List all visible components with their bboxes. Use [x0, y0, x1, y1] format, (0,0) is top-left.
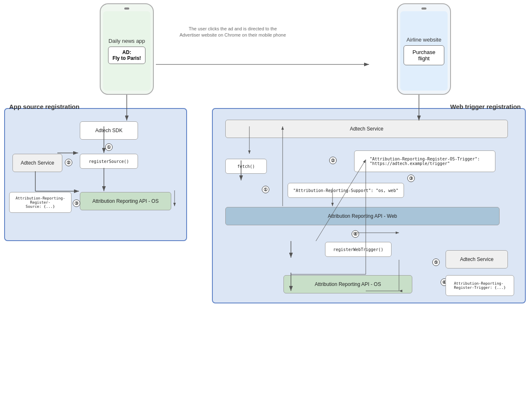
adtech-sdk-box: Adtech SDK: [80, 121, 138, 140]
register-web-trigger-box: registerWebTrigger(): [325, 242, 392, 257]
os-trigger-header-box: "Attribution-Reporting-Register-OS-Trigg…: [354, 150, 495, 172]
step5-web: ⑤: [432, 259, 440, 266]
step3-left: ③: [73, 200, 80, 207]
fetch-box: fetch(): [225, 159, 267, 174]
web-trigger-title: Web trigger registration: [450, 103, 521, 110]
app-source-title: App source registration: [9, 103, 79, 110]
phone-right-screen: Airline website Purchase flight: [400, 11, 448, 91]
phone-right: Airline website Purchase flight: [397, 3, 451, 95]
support-header-box: "Attribution-Reporting-Support": "os, we…: [288, 183, 404, 198]
attr-header-left-box: Attribution-Reporting-Register- Source: …: [9, 192, 71, 213]
attribution-os-left-box: Attribution Reporting API - OS: [80, 192, 171, 210]
phone-left-camera: [124, 7, 129, 10]
step4-web: ④: [352, 230, 359, 238]
attr-trigger-header-box: Attribution-Reporting- Register-Trigger:…: [446, 275, 514, 296]
phone-right-camera: [421, 7, 426, 10]
attribution-os-web-box: Attribution Reporting API - OS: [283, 275, 412, 293]
ad-box: AD: Fly to Paris!: [108, 47, 146, 64]
step3-web: ③: [407, 175, 415, 182]
register-source-box: registerSource(): [80, 154, 138, 169]
phone-left-screen: Daily news app AD: Fly to Paris!: [103, 11, 150, 91]
step1-web: ①: [262, 186, 269, 193]
step2-web: ②: [329, 157, 337, 164]
phone-left: Daily news app AD: Fly to Paris!: [100, 3, 154, 95]
phone-left-title: Daily news app: [108, 38, 145, 44]
adtech-service-top-box: Adtech Service: [225, 120, 508, 138]
app-source-box: App source registration Adtech SDK ① reg…: [4, 108, 187, 241]
web-trigger-box: Web trigger registration Adtech Service …: [212, 108, 526, 303]
step1-left: ①: [105, 143, 113, 151]
adtech-service-left-box: Adtech Service: [12, 154, 62, 172]
adtech-service-right-box: Adtech Service: [446, 250, 508, 268]
attribution-web-box: Attribution Reporting API - Web: [225, 207, 500, 225]
phone-right-title: Airline website: [406, 37, 441, 43]
purchase-box: Purchase flight: [404, 45, 444, 65]
step2-left: ②: [65, 159, 72, 166]
caption-text: The user clicks the ad and is directed t…: [179, 26, 287, 39]
